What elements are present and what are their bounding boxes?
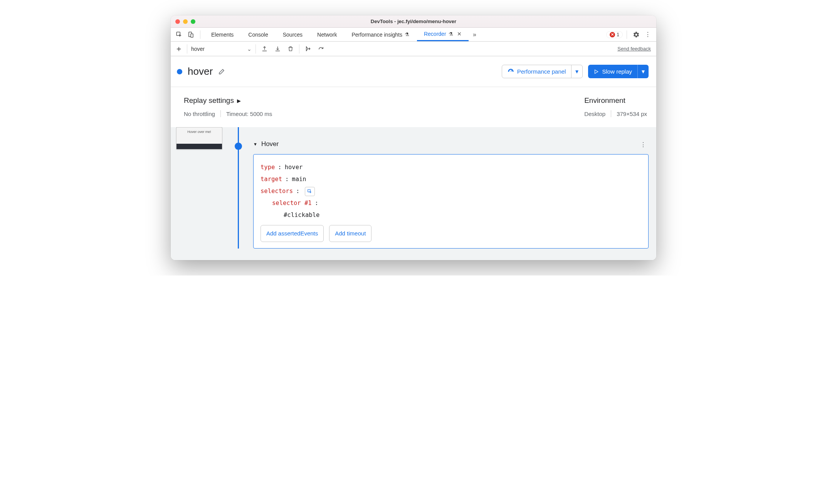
tab-label: Elements <box>211 32 234 38</box>
tab-console[interactable]: Console <box>241 28 275 41</box>
viewport-value: 379×534 px <box>617 111 647 117</box>
divider <box>611 110 611 117</box>
tab-recorder[interactable]: Recorder⚗✕ <box>417 28 469 41</box>
selector-1-value[interactable]: #clickable <box>261 209 641 221</box>
collapse-icon: ▼ <box>253 142 257 146</box>
environment-settings: Environment Desktop 379×534 px <box>584 96 647 117</box>
error-count: 1 <box>617 32 619 37</box>
divider <box>187 44 187 54</box>
step-selectors-row: selectors: <box>261 185 641 197</box>
add-asserted-events-button[interactable]: Add assertedEvents <box>261 225 324 242</box>
tab-network[interactable]: Network <box>310 28 344 41</box>
delete-icon[interactable] <box>286 44 295 54</box>
chevron-down-icon: ⌄ <box>247 46 252 52</box>
divider <box>220 110 221 117</box>
steps-area: Hover over me! ⋮ ▼ Hover type: hover tar… <box>171 127 656 260</box>
svg-rect-2 <box>191 34 193 37</box>
edit-title-icon[interactable] <box>218 68 225 75</box>
more-tabs-icon[interactable]: » <box>469 29 480 40</box>
button-label: Performance panel <box>517 68 566 75</box>
redo-icon[interactable] <box>316 44 326 54</box>
replay-settings-heading[interactable]: Replay settings ▶ <box>184 96 272 105</box>
flask-icon: ⚗ <box>449 31 453 37</box>
tab-label: Performance insights <box>351 32 402 38</box>
selector-1-row: selector #1: <box>261 197 641 209</box>
tab-label: Console <box>248 32 268 38</box>
window-title: DevTools - jec.fyi/demo/menu-hover <box>171 18 656 24</box>
environment-heading: Environment <box>584 96 647 105</box>
chevron-right-icon: ▶ <box>237 98 241 104</box>
step-actions: Add assertedEvents Add timeout <box>261 225 641 242</box>
timeline-step-marker[interactable] <box>235 143 242 150</box>
step-type-row: type: hover <box>261 161 641 173</box>
panel-tabbar: Elements Console Sources Network Perform… <box>171 28 656 42</box>
send-feedback-link[interactable]: Send feedback <box>617 46 651 52</box>
divider <box>200 30 200 39</box>
flask-icon: ⚗ <box>405 32 409 37</box>
performance-panel-dropdown[interactable]: ▾ <box>571 65 582 78</box>
step-target-row: target: main <box>261 173 641 185</box>
step-more-menu-icon[interactable]: ⋮ <box>640 141 646 148</box>
step-header[interactable]: ▼ Hover <box>253 140 649 148</box>
recorder-toolbar: ＋ hover ⌄ Send feedback <box>171 42 656 56</box>
recording-header: hover Performance panel ▾ Slow replay ▾ <box>171 56 656 87</box>
divider <box>299 44 299 54</box>
step-title: Hover <box>261 140 279 148</box>
slow-replay-main[interactable]: Slow replay <box>588 65 637 78</box>
device-toolbar-icon[interactable] <box>185 29 196 40</box>
slow-replay-button[interactable]: Slow replay ▾ <box>588 65 649 78</box>
play-icon <box>593 69 599 74</box>
device-value: Desktop <box>584 111 605 117</box>
timeline-column: ⋮ ▼ Hover type: hover target: main selec… <box>226 127 649 249</box>
add-timeout-button[interactable]: Add timeout <box>329 225 371 242</box>
divider <box>255 44 256 54</box>
tab-elements[interactable]: Elements <box>204 28 240 41</box>
error-count-badge[interactable]: ✕ 1 <box>606 31 623 38</box>
tab-performance-insights[interactable]: Performance insights⚗ <box>345 28 416 41</box>
step-details-card: type: hover target: main selectors: sele… <box>253 154 649 249</box>
recording-title-group: hover <box>177 66 225 77</box>
tab-label: Sources <box>283 32 303 38</box>
thumbnail-column: Hover over me! <box>176 127 226 249</box>
recording-name: hover <box>191 46 205 52</box>
timeout-value: Timeout: 5000 ms <box>226 111 272 117</box>
gauge-icon <box>508 68 514 75</box>
more-menu-icon[interactable]: ⋮ <box>642 29 653 40</box>
tab-label: Recorder <box>424 31 446 37</box>
close-tab-icon[interactable]: ✕ <box>457 31 462 37</box>
error-icon: ✕ <box>610 32 615 37</box>
titlebar: DevTools - jec.fyi/demo/menu-hover <box>171 15 656 28</box>
replay-settings: Replay settings ▶ No throttling Timeout:… <box>184 96 272 117</box>
element-picker-icon[interactable] <box>305 187 315 196</box>
step-body: ▼ Hover type: hover target: main selecto… <box>253 127 649 249</box>
recording-actions: Performance panel ▾ Slow replay ▾ <box>502 65 649 78</box>
import-icon[interactable] <box>273 44 282 54</box>
divider <box>627 30 627 39</box>
new-recording-button[interactable]: ＋ <box>175 44 183 54</box>
tab-sources[interactable]: Sources <box>276 28 309 41</box>
tab-label: Network <box>317 32 337 38</box>
settings-icon[interactable] <box>631 29 642 40</box>
devtools-window: DevTools - jec.fyi/demo/menu-hover Eleme… <box>171 15 656 260</box>
thumbnail-content: Hover over me! <box>176 128 222 149</box>
performance-panel-button[interactable]: Performance panel ▾ <box>502 65 583 78</box>
inspect-element-icon[interactable] <box>174 29 185 40</box>
button-label: Slow replay <box>602 68 632 75</box>
recording-status-dot <box>177 69 182 74</box>
export-icon[interactable] <box>260 44 269 54</box>
slow-replay-dropdown[interactable]: ▾ <box>637 65 649 78</box>
step-over-icon[interactable] <box>303 44 313 54</box>
step-thumbnail[interactable]: Hover over me! <box>176 127 222 150</box>
settings-row: Replay settings ▶ No throttling Timeout:… <box>171 87 656 127</box>
recording-dropdown[interactable]: hover ⌄ <box>191 46 252 52</box>
throttling-value: No throttling <box>184 111 215 117</box>
recording-title: hover <box>188 66 213 77</box>
performance-panel-main[interactable]: Performance panel <box>502 65 572 78</box>
